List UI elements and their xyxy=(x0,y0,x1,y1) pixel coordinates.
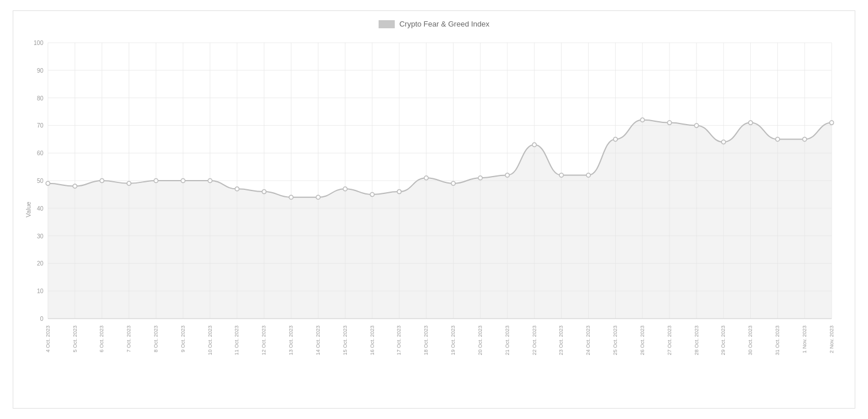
svg-text:25 Oct. 2023: 25 Oct. 2023 xyxy=(612,326,618,356)
svg-point-59 xyxy=(208,179,212,183)
chart-container: Crypto Fear & Greed Index Value 01020304… xyxy=(13,10,855,409)
svg-text:90: 90 xyxy=(37,68,44,74)
svg-text:50: 50 xyxy=(37,178,44,184)
svg-text:13 Oct. 2023: 13 Oct. 2023 xyxy=(288,326,294,356)
svg-text:11 Oct. 2023: 11 Oct. 2023 xyxy=(234,326,240,356)
svg-point-81 xyxy=(803,137,807,141)
chart-title: Crypto Fear & Greed Index xyxy=(399,20,489,28)
svg-text:17 Oct. 2023: 17 Oct. 2023 xyxy=(396,326,402,356)
svg-point-56 xyxy=(127,181,131,185)
svg-text:30 Oct. 2023: 30 Oct. 2023 xyxy=(747,326,753,356)
svg-text:20 Oct. 2023: 20 Oct. 2023 xyxy=(477,326,483,356)
legend-swatch xyxy=(379,20,395,28)
svg-text:9 Oct. 2023: 9 Oct. 2023 xyxy=(180,326,186,353)
svg-text:14 Oct. 2023: 14 Oct. 2023 xyxy=(315,326,321,356)
svg-point-66 xyxy=(397,190,401,194)
svg-point-76 xyxy=(668,121,672,125)
svg-point-80 xyxy=(776,137,780,141)
svg-text:2 Nov. 2023: 2 Nov. 2023 xyxy=(829,326,835,353)
svg-text:0: 0 xyxy=(40,316,43,322)
svg-text:1 Nov. 2023: 1 Nov. 2023 xyxy=(802,326,807,353)
svg-text:10: 10 xyxy=(37,288,44,294)
svg-text:22 Oct. 2023: 22 Oct. 2023 xyxy=(532,326,537,356)
svg-point-54 xyxy=(73,184,77,188)
chart-legend: Crypto Fear & Greed Index xyxy=(13,20,855,28)
svg-point-69 xyxy=(478,176,482,180)
svg-point-65 xyxy=(370,192,374,196)
svg-point-74 xyxy=(613,137,618,141)
svg-text:8 Oct. 2023: 8 Oct. 2023 xyxy=(153,326,159,353)
svg-text:20: 20 xyxy=(37,260,44,267)
svg-point-70 xyxy=(506,173,510,177)
chart-svg: 01020304050607080901004 Oct. 20235 Oct. … xyxy=(48,34,837,362)
svg-point-73 xyxy=(586,173,590,177)
svg-text:16 Oct. 2023: 16 Oct. 2023 xyxy=(369,326,375,356)
svg-text:18 Oct. 2023: 18 Oct. 2023 xyxy=(423,326,429,356)
svg-text:5 Oct. 2023: 5 Oct. 2023 xyxy=(72,326,78,353)
svg-text:100: 100 xyxy=(33,40,43,46)
svg-text:80: 80 xyxy=(37,95,44,102)
svg-text:23 Oct. 2023: 23 Oct. 2023 xyxy=(558,326,564,356)
svg-point-75 xyxy=(641,118,645,122)
svg-text:6 Oct. 2023: 6 Oct. 2023 xyxy=(99,326,104,353)
svg-text:30: 30 xyxy=(37,233,44,240)
svg-text:29 Oct. 2023: 29 Oct. 2023 xyxy=(720,326,726,356)
y-axis-label: Value xyxy=(25,201,32,217)
svg-text:26 Oct. 2023: 26 Oct. 2023 xyxy=(639,326,645,356)
svg-point-77 xyxy=(694,124,698,128)
svg-point-62 xyxy=(289,195,293,199)
svg-point-53 xyxy=(46,181,50,185)
svg-text:4 Oct. 2023: 4 Oct. 2023 xyxy=(45,326,51,353)
svg-text:21 Oct. 2023: 21 Oct. 2023 xyxy=(504,326,510,356)
svg-point-58 xyxy=(181,179,185,183)
svg-point-68 xyxy=(451,181,455,185)
svg-point-64 xyxy=(343,187,347,191)
svg-text:28 Oct. 2023: 28 Oct. 2023 xyxy=(694,326,699,356)
svg-point-72 xyxy=(559,173,563,177)
svg-text:10 Oct. 2023: 10 Oct. 2023 xyxy=(207,326,213,356)
svg-point-60 xyxy=(235,187,239,191)
svg-point-67 xyxy=(424,176,428,180)
svg-text:70: 70 xyxy=(37,122,44,129)
svg-text:19 Oct. 2023: 19 Oct. 2023 xyxy=(450,326,456,356)
svg-text:40: 40 xyxy=(37,205,44,212)
svg-point-55 xyxy=(100,179,104,183)
svg-point-63 xyxy=(316,195,320,199)
svg-point-57 xyxy=(154,179,158,183)
svg-text:12 Oct. 2023: 12 Oct. 2023 xyxy=(261,326,267,356)
svg-text:7 Oct. 2023: 7 Oct. 2023 xyxy=(126,326,132,353)
svg-point-71 xyxy=(532,143,536,147)
chart-inner: 01020304050607080901004 Oct. 20235 Oct. … xyxy=(48,34,837,362)
svg-text:27 Oct. 2023: 27 Oct. 2023 xyxy=(667,326,672,356)
svg-text:24 Oct. 2023: 24 Oct. 2023 xyxy=(585,326,591,356)
svg-point-82 xyxy=(830,121,834,125)
svg-text:15 Oct. 2023: 15 Oct. 2023 xyxy=(342,326,348,356)
svg-point-78 xyxy=(721,140,725,144)
svg-point-79 xyxy=(749,121,753,125)
svg-text:31 Oct. 2023: 31 Oct. 2023 xyxy=(775,326,780,356)
svg-point-61 xyxy=(262,190,266,194)
svg-text:60: 60 xyxy=(37,150,44,156)
